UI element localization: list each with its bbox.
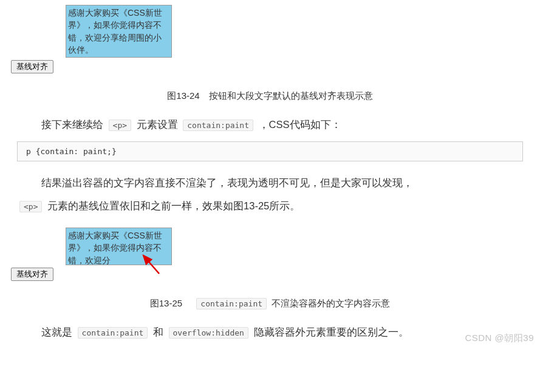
demo-2-row: 感谢大家购买《CSS新世界》，如果你觉得内容不错，欢迎分 — [11, 228, 172, 265]
code-contain-paint: contain:paint — [183, 120, 253, 131]
demo-1-textbox: 感谢大家购买《CSS新世界》，如果你觉得内容不错，欢迎分享给周围的小伙伴。 — [66, 5, 172, 58]
demo-2-textbox: 感谢大家购买《CSS新世界》，如果你觉得内容不错，欢迎分 — [66, 228, 172, 265]
para3-mid: 和 — [153, 326, 163, 337]
fig2-pre: 图13-25 — [150, 298, 191, 308]
baseline-align-button-2[interactable]: 基线对齐 — [11, 268, 53, 281]
paragraph-1: 接下来继续给 <p> 元素设置 contain:paint ，CSS代码如下： — [41, 114, 523, 135]
para1-pre: 接下来继续给 — [41, 119, 103, 130]
figure-2-caption: 图13-25 contain:paint 不渲染容器外的文字内容示意 — [0, 298, 540, 309]
paragraph-3: 这就是 contain:paint 和 overflow:hidden 隐藏容器… — [41, 322, 523, 343]
para2-line2: 元素的基线位置依旧和之前一样，效果如图13-25所示。 — [47, 200, 300, 211]
paragraph-2: 结果溢出容器的文字内容直接不渲染了，表现为透明不可见，但是大家可以发现， — [41, 172, 523, 194]
fig2-suf: 不渲染容器外的文字内容示意 — [272, 298, 390, 308]
demo-1-row: 感谢大家购买《CSS新世界》，如果你觉得内容不错，欢迎分享给周围的小伙伴。 — [11, 5, 172, 58]
baseline-align-button[interactable]: 基线对齐 — [11, 60, 53, 73]
para1-suf: ，CSS代码如下： — [259, 119, 341, 130]
para3-pre: 这就是 — [41, 326, 72, 337]
watermark: CSDN @朝阳39 — [465, 333, 534, 344]
demo-1-spacer — [11, 6, 66, 58]
demo-figure-1: 感谢大家购买《CSS新世界》，如果你觉得内容不错，欢迎分享给周围的小伙伴。 基线… — [11, 5, 172, 73]
fig2-code: contain:paint — [196, 298, 267, 309]
figure-1-caption: 图13-24 按钮和大段文字默认的基线对齐表现示意 — [0, 90, 540, 102]
paragraph-2b: <p> 元素的基线位置依旧和之前一样，效果如图13-25所示。 — [17, 195, 523, 217]
demo-figure-2: 感谢大家购买《CSS新世界》，如果你觉得内容不错，欢迎分 基线对齐 — [11, 228, 172, 281]
para3-suf: 隐藏容器外元素重要的区别之一。 — [254, 326, 409, 337]
para1-mid: 元素设置 — [137, 119, 178, 130]
code-overflow-hidden: overflow:hidden — [169, 327, 248, 339]
code-p-tag: <p> — [109, 120, 131, 131]
para2-line1: 结果溢出容器的文字内容直接不渲染了，表现为透明不可见，但是大家可以发现， — [41, 177, 413, 188]
css-code-block: p {contain: paint;} — [17, 141, 523, 161]
demo-2-spacer — [11, 228, 66, 265]
code-p-tag-2: <p> — [19, 201, 42, 212]
code-contain-paint-2: contain:paint — [78, 327, 148, 339]
